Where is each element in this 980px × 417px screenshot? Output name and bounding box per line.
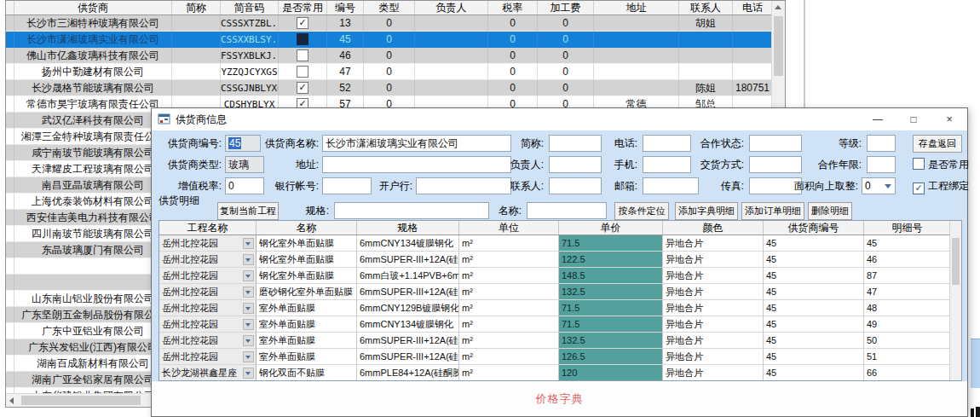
supplier-row[interactable]: 长沙市三湘特种玻璃有限公司CSSSXTZBL...✓13000胡姐 [6, 15, 771, 32]
column-header-7[interactable]: 负责人 [415, 1, 488, 14]
detail-cell[interactable]: m² [459, 284, 559, 300]
detail-cell[interactable]: m² [459, 300, 559, 316]
detail-cell[interactable]: 6mm白玻+1.14PVB+6mm... [357, 268, 459, 284]
detail-cell[interactable]: 异地合片 [663, 235, 764, 252]
detail-row[interactable]: 岳州北控花园室外单面贴膜6mmCNY129B镀膜钢化m²71.5异地合片4548 [159, 300, 949, 316]
coop-status-input[interactable] [749, 135, 802, 152]
add-order-detail-button[interactable]: 添加订单明细 [741, 202, 804, 220]
supplier-row[interactable]: 长沙市潇湘玻璃实业有限公司CSSXXBLSY...45000 [6, 32, 771, 48]
detail-cell[interactable]: 室外单面贴膜 [257, 349, 357, 365]
save-return-button[interactable]: 存盘返回 [913, 135, 962, 153]
chevron-down-icon[interactable] [243, 319, 254, 330]
cell-contact[interactable]: 陈姐 [679, 80, 733, 96]
detail-cell[interactable]: 45 [864, 235, 951, 252]
detail-cell[interactable]: 126.5 [559, 349, 663, 365]
cell-phone[interactable] [733, 64, 771, 80]
detail-row[interactable]: 岳州北控花园室外单面贴膜6mmSUPER-III+12A(硅...m²126.5… [159, 349, 949, 365]
close-icon[interactable]: × [931, 108, 967, 130]
cell-no[interactable]: 13 [327, 15, 364, 32]
address-input[interactable] [322, 156, 511, 173]
cell-no[interactable]: 45 [327, 32, 364, 48]
chevron-down-icon[interactable] [243, 270, 254, 281]
cell-name[interactable]: 长沙市潇湘玻璃实业有限公司 [14, 32, 172, 48]
cell-fee[interactable]: 0 [538, 48, 594, 64]
cell-name[interactable]: 扬州中勤建材有限公司 [14, 64, 172, 80]
cell-common[interactable] [279, 32, 327, 48]
delivery-method-input[interactable] [749, 156, 802, 173]
detail-cell[interactable]: 6mmPLE84+12A(硅酮胶... [357, 365, 459, 381]
cell-contact[interactable] [679, 64, 733, 80]
cell-name[interactable]: 湖南百成新材料有限公司 [14, 356, 172, 372]
cell-type[interactable]: 0 [364, 32, 415, 48]
detail-cell[interactable]: 钢化室外单面贴膜 [257, 268, 357, 284]
detail-cell[interactable]: 45 [764, 284, 864, 300]
detail-cell[interactable]: 6mmCNY129B镀膜钢化 [357, 300, 459, 316]
chevron-down-icon[interactable] [243, 368, 254, 379]
detail-cell[interactable]: 钢化室外单面贴膜 [257, 252, 357, 268]
cell-type[interactable]: 0 [364, 80, 415, 96]
detail-cell[interactable]: 钢化室外单面贴膜 [257, 235, 357, 252]
cell-name[interactable]: 广东兴发铝业(江西)有限公司 [14, 339, 172, 356]
cell-manager[interactable] [415, 64, 488, 80]
column-header-11[interactable]: 联系人 [679, 1, 733, 14]
detail-column-header[interactable]: 单位 [459, 221, 559, 235]
detail-cell[interactable]: 磨砂钢化室外单面贴膜 [257, 284, 357, 300]
cell-code[interactable]: CSSGJNBLYXGS [221, 80, 279, 96]
supplier-row[interactable]: 佛山市亿鑫玻璃科技有限公司FSSYXBLKJ...46000 [6, 48, 771, 64]
detail-cell[interactable]: 异地合片 [663, 349, 764, 365]
cell-common[interactable]: ✓ [279, 80, 327, 96]
column-header-10[interactable]: 地址 [594, 1, 679, 14]
project-combo-cell[interactable]: 岳州北控花园 [159, 349, 257, 365]
detail-cell[interactable]: 47 [864, 284, 951, 300]
cell-abbr[interactable] [172, 64, 221, 80]
detail-cell[interactable]: m² [459, 365, 559, 381]
cell-code[interactable]: CSSXXBLSY... [221, 32, 279, 48]
supplier-type-input[interactable]: 玻璃 [225, 156, 264, 173]
detail-column-header[interactable]: 单价 [559, 221, 663, 235]
often-used-checkbox[interactable]: 是否常用 [913, 156, 969, 173]
detail-cell[interactable]: 66 [864, 365, 951, 381]
cell-phone[interactable]: 180751 [733, 80, 771, 96]
cell-common[interactable] [279, 48, 327, 64]
chevron-down-icon[interactable] [243, 238, 254, 249]
detail-vertical-scrollbar[interactable] [949, 221, 961, 380]
cell-addr[interactable] [594, 48, 679, 64]
copy-project-button[interactable]: 复制当前工程 [217, 202, 279, 220]
detail-cell[interactable]: 异地合片 [663, 365, 764, 381]
cell-abbr[interactable] [172, 32, 221, 48]
detail-cell[interactable]: 122.5 [559, 252, 663, 268]
dialog-titlebar[interactable]: 供货商信息 — □ × [152, 108, 967, 130]
cell-name[interactable]: 山东南山铝业股份有限公司 [14, 291, 172, 307]
cell-tax[interactable]: 0 [488, 48, 538, 64]
cell-name[interactable] [14, 258, 172, 275]
detail-column-header[interactable]: 供货商编号 [764, 221, 864, 235]
minimize-icon[interactable]: — [860, 108, 896, 130]
project-combo-cell[interactable]: 岳州北控花园 [159, 268, 257, 284]
cell-code[interactable]: YZZQJCYXGS [221, 64, 279, 80]
column-header-6[interactable]: 类型 [364, 1, 415, 14]
project-combo-cell[interactable]: 岳州北控花园 [159, 284, 257, 300]
detail-column-header[interactable]: 规格 [357, 221, 459, 235]
cell-manager[interactable] [415, 15, 488, 32]
detail-cell[interactable]: 6mmSUPER-III+12A(硅... [357, 349, 459, 365]
cell-addr[interactable] [594, 80, 679, 96]
detail-cell[interactable]: 6mmSUPER-III+12A(硅... [357, 252, 459, 268]
supplier-row[interactable]: 长沙晟格节能玻璃有限公司CSSGJNBLYXGS✓52000陈姐180751 [6, 80, 771, 96]
detail-cell[interactable]: 132.5 [559, 333, 663, 349]
bank-branch-input[interactable] [416, 177, 511, 194]
cell-no[interactable]: 46 [327, 48, 364, 64]
cell-name[interactable]: 佛山市亿鑫玻璃科技有限公司 [14, 48, 172, 64]
detail-cell[interactable]: m² [459, 349, 559, 365]
detail-cell[interactable]: m² [459, 235, 559, 252]
detail-row[interactable]: 岳州北控花园磨砂钢化室外单面贴膜6mmSUPER-III+12A(硅...m²1… [159, 284, 949, 300]
cell-tax[interactable]: 0 [488, 15, 538, 32]
cell-name[interactable]: 四川南玻节能玻璃有限公司 [14, 226, 172, 242]
phone-input[interactable] [643, 135, 691, 152]
detail-cell[interactable]: 6mmSUPER-III+12A(硅... [357, 333, 459, 349]
cell-common[interactable] [279, 64, 327, 80]
cell-type[interactable]: 0 [364, 64, 415, 80]
maximize-icon[interactable]: □ [896, 108, 931, 130]
cell-fee[interactable]: 0 [538, 80, 594, 96]
supplier-name-input[interactable]: 长沙市潇湘玻璃实业有限公司 [322, 135, 511, 152]
scroll-up-icon[interactable] [775, 5, 781, 9]
